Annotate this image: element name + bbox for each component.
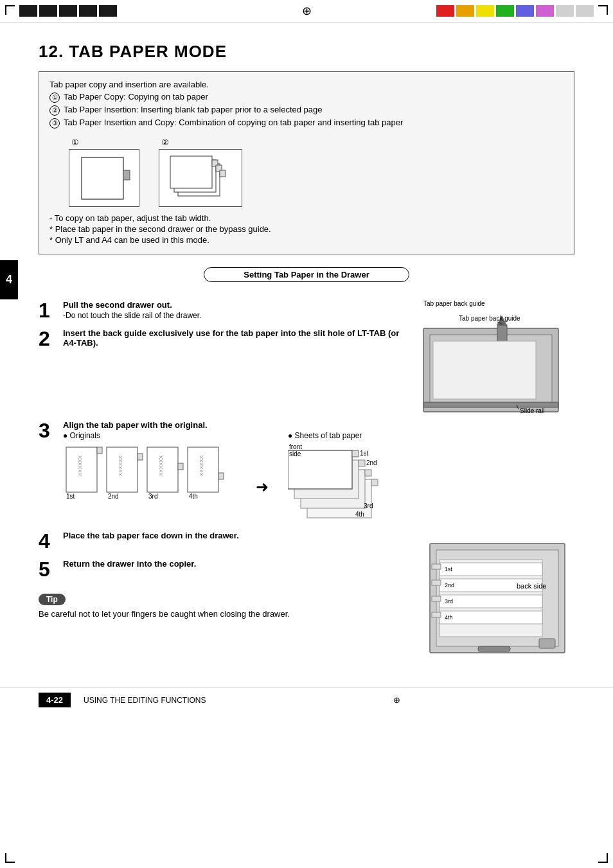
svg-rect-42 (371, 479, 378, 486)
info-box: Tab paper copy and insertion are availab… (39, 71, 574, 254)
step-4-content: Place the tab paper face down in the dra… (63, 531, 414, 551)
svg-rect-32 (218, 473, 224, 479)
svg-rect-66 (539, 639, 555, 648)
info-item-2: ② Tab Paper Insertion: Inserting blank t… (49, 105, 564, 116)
page-content: 4 12. TAB PAPER MODE Tab paper copy and … (0, 22, 613, 687)
color-block-gray2 (576, 5, 594, 17)
note-1: - To copy on tab paper, adjust the tab w… (49, 213, 564, 223)
illus-tab-copy (69, 149, 139, 207)
color-block (99, 5, 117, 17)
originals-col: ● Originals XXXXXX 1st (63, 431, 236, 510)
svg-text:1st: 1st (66, 493, 75, 500)
sheets-svg: front side 1st 2nd 3rd 4th (288, 444, 404, 521)
drawer-svg: Tab paper back guide Slide rail (420, 309, 568, 418)
step-2-content: Insert the back guide exclusively use fo… (63, 328, 407, 349)
svg-rect-0 (82, 157, 123, 199)
info-item-1-text: Tab Paper Copy: Copying on tab paper (64, 92, 208, 103)
lower-left: 4 Place the tab paper face down in the d… (39, 531, 414, 661)
step-1-content: Pull the second drawer out. -Do not touc… (63, 300, 407, 321)
step-4-number: 4 (39, 531, 57, 551)
svg-rect-28 (178, 463, 183, 470)
lower-right-image: 1st 2nd 3rd 4th back side (427, 531, 574, 661)
circle-num-2: ② (49, 105, 60, 116)
illustrations-row: ① ② (69, 136, 564, 207)
step-2-number: 2 (39, 328, 57, 349)
header-bar: ⊕ (0, 0, 613, 22)
svg-text:XXXXXX: XXXXXX (118, 455, 123, 476)
step-1-title: Pull the second drawer out. (63, 300, 407, 310)
svg-text:side: side (289, 450, 301, 457)
step-3-number: 3 (39, 420, 57, 523)
info-item-2-text: Tab Paper Insertion: Inserting blank tab… (64, 105, 323, 116)
svg-text:back side: back side (517, 582, 546, 590)
crosshair-symbol: ⊕ (302, 4, 312, 18)
color-block-orange (456, 5, 474, 17)
info-item-3: ③ Tab Paper Insertion and Copy: Combinat… (49, 118, 564, 128)
svg-text:1st: 1st (360, 450, 369, 457)
svg-text:Slide rail: Slide rail (520, 407, 544, 414)
svg-rect-53 (432, 564, 441, 569)
info-item-1: ① Tab Paper Copy: Copying on tab paper (49, 92, 564, 103)
footer-text: USING THE EDITING FUNCTIONS (84, 696, 206, 705)
drawer-illustration: Tab paper back guide Slide rail (420, 309, 574, 420)
tabpaper-in-drawer-svg: 1st 2nd 3rd 4th back side (427, 531, 568, 659)
main-content: 12. TAB PAPER MODE Tab paper copy and in… (39, 42, 574, 661)
alignment-illustrations: ● Originals XXXXXX 1st (63, 431, 574, 523)
step-3: 3 Align the tab paper with the original.… (39, 420, 574, 523)
svg-rect-41 (365, 470, 371, 476)
step-3-content: Align the tab paper with the original. ●… (63, 420, 574, 523)
svg-rect-1 (123, 170, 130, 180)
svg-rect-55 (432, 580, 441, 585)
step-5: 5 Return the drawer into the copier. (39, 559, 414, 580)
tip-text: Be careful not to let your fingers be ca… (39, 609, 414, 619)
svg-text:3rd: 3rd (148, 493, 157, 500)
color-block (39, 5, 57, 17)
svg-rect-65 (478, 646, 510, 651)
originals-label: ● Originals (63, 431, 236, 440)
color-block-yellow (476, 5, 494, 17)
svg-rect-4 (170, 156, 212, 188)
info-notes: - To copy on tab paper, adjust the tab w… (49, 213, 564, 245)
color-blocks-left (19, 5, 117, 17)
circle-num-1: ① (49, 93, 60, 103)
color-block-blue (516, 5, 534, 17)
step-5-content: Return the drawer into the copier. (63, 559, 414, 580)
setting-section: Setting Tab Paper in the Drawer 1 Pull t… (39, 267, 574, 661)
svg-text:XXXXXX: XXXXXX (158, 455, 164, 476)
info-item-3-text: Tab Paper Insertion and Copy: Combinatio… (64, 118, 403, 128)
step-4: 4 Place the tab paper face down in the d… (39, 531, 414, 551)
svg-text:XXXXXX: XXXXXX (199, 455, 204, 476)
svg-rect-57 (432, 596, 441, 601)
svg-rect-59 (432, 612, 441, 617)
illus-stacked (159, 149, 242, 207)
circle-num-3: ③ (49, 118, 60, 128)
tip-label: Tip (39, 594, 66, 605)
color-block (79, 5, 97, 17)
step-2: 2 Insert the back guide exclusively use … (39, 328, 407, 349)
corner-mark-bl (5, 853, 15, 863)
chapter-number: 4 (0, 260, 18, 299)
steps-with-image: 1 Pull the second drawer out. -Do not to… (39, 300, 574, 420)
svg-rect-24 (138, 454, 143, 460)
svg-rect-14 (433, 341, 536, 399)
step-1-desc: -Do not touch the slide rail of the draw… (63, 311, 407, 320)
color-block-gray1 (556, 5, 574, 17)
steps-left: 1 Pull the second drawer out. -Do not to… (39, 300, 407, 357)
arrow-right: ➜ (256, 478, 269, 496)
step-2-title: Insert the back guide exclusively use fo… (63, 328, 407, 348)
svg-rect-58 (440, 611, 542, 624)
footer: 4-22 USING THE EDITING FUNCTIONS ⊕ (0, 687, 613, 713)
illus2-label: ② (161, 137, 169, 147)
svg-text:2nd: 2nd (108, 493, 119, 500)
svg-rect-56 (440, 595, 542, 608)
svg-text:4th: 4th (355, 511, 364, 518)
svg-text:2nd: 2nd (445, 582, 454, 589)
svg-rect-52 (440, 563, 542, 576)
note-3: * Only LT and A4 can be used in this mod… (49, 235, 564, 245)
svg-text:XXXXXX: XXXXXX (77, 455, 83, 476)
step-4-title: Place the tab paper face down in the dra… (63, 531, 414, 540)
illus1-label: ① (71, 137, 79, 147)
footer-crosshair: ⊕ (218, 695, 574, 705)
sheets-label: ● Sheets of tab paper (288, 431, 404, 440)
setting-title: Setting Tab Paper in the Drawer (204, 267, 409, 282)
